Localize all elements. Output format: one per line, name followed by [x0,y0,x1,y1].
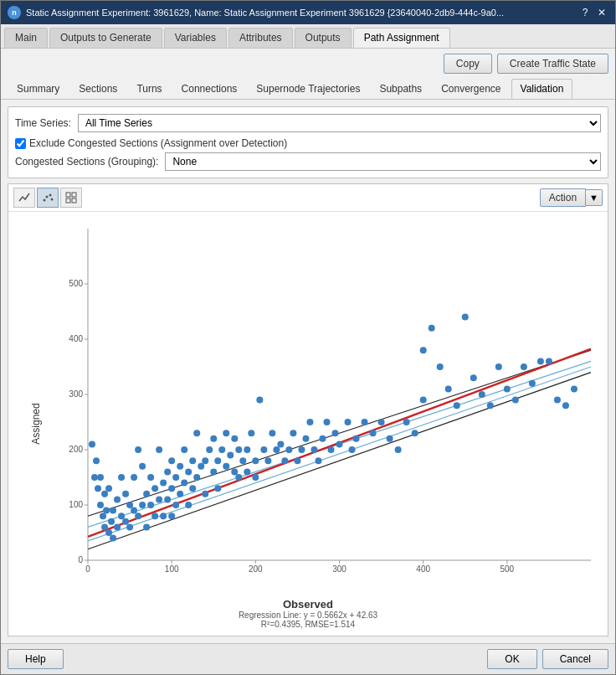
congested-grouping-label: Congested Sections (Grouping): [15,156,158,167]
help-title-btn[interactable]: ? [578,6,592,19]
chart-grid-icon-btn[interactable] [60,188,82,208]
help-button[interactable]: Help [8,649,64,669]
bottom-bar: Help OK Cancel [1,643,615,674]
chart-section: Action ▼ Assigned Observed Regression Li… [8,183,608,636]
exclude-congested-label: Exclude Congested Sections (Assignment o… [29,137,287,149]
tab-attributes[interactable]: Attributes [228,28,293,48]
time-series-select[interactable]: All Time Series [78,114,601,132]
svg-point-0 [44,199,46,202]
svg-point-3 [51,198,54,201]
time-series-label: Time Series: [15,117,71,129]
sub-tab-sections[interactable]: Sections [69,79,126,99]
bottom-right-buttons: OK Cancel [487,649,608,669]
action-btn-wrap: Action ▼ [540,188,603,207]
chart-scatter-icon-btn[interactable] [37,188,59,208]
toolbar: Copy Create Traffic State [1,49,615,79]
action-button[interactable]: Action [540,188,586,207]
tab-outputs[interactable]: Outputs [295,28,352,48]
sub-tab-convergence[interactable]: Convergence [432,79,510,99]
sub-tab-supernode-trajectories[interactable]: Supernode Trajectories [247,79,369,99]
window-title: Static Assignment Experiment: 3961629, N… [26,8,578,18]
svg-point-1 [46,196,49,198]
chart-area: Assigned Observed Regression Line: y = 0… [8,212,608,636]
app-icon: n [8,6,21,19]
content-area: Time Series: All Time Series Exclude Con… [1,100,615,643]
sub-tab-connections[interactable]: Connections [172,79,247,99]
chart-line-icon-btn[interactable] [13,188,35,208]
scatter-chart [54,220,599,585]
svg-rect-7 [72,198,76,203]
sub-tab-validation[interactable]: Validation [511,79,573,99]
filter-section: Time Series: All Time Series Exclude Con… [8,106,608,178]
create-traffic-state-button[interactable]: Create Traffic State [497,54,608,74]
svg-rect-5 [72,193,76,197]
svg-rect-4 [66,193,70,197]
svg-rect-6 [66,198,70,203]
congested-grouping-select[interactable]: None [165,152,601,171]
congested-grouping-row: Congested Sections (Grouping): None [15,152,601,171]
tab-outputs-to-generate[interactable]: Outputs to Generate [49,28,162,48]
ok-button[interactable]: OK [487,649,536,669]
main-window: n Static Assignment Experiment: 3961629,… [0,0,616,675]
sub-tab-subpaths[interactable]: Subpaths [370,79,431,99]
action-dropdown-btn[interactable]: ▼ [586,189,603,206]
chart-icons [13,188,82,208]
x-axis-label: Observed [283,598,333,611]
time-series-row: Time Series: All Time Series [15,114,601,132]
sub-tabs: Summary Sections Turns Connections Super… [1,79,615,100]
title-bar: n Static Assignment Experiment: 3961629,… [1,1,615,24]
tab-main[interactable]: Main [4,28,48,48]
exclude-congested-checkbox[interactable] [15,138,26,149]
svg-point-2 [49,194,52,197]
close-title-btn[interactable]: ✕ [595,6,608,19]
chart-toolbar: Action ▼ [8,184,608,212]
tab-variables[interactable]: Variables [164,28,227,48]
copy-button[interactable]: Copy [444,54,492,74]
sub-tab-summary[interactable]: Summary [8,79,69,99]
sub-tab-turns[interactable]: Turns [127,79,171,99]
title-buttons: ? ✕ [578,6,608,19]
regression-text: Regression Line: y = 0.5662x + 42.63 R²=… [239,611,377,629]
exclude-congested-row: Exclude Congested Sections (Assignment o… [15,137,601,149]
tab-path-assignment[interactable]: Path Assignment [353,28,450,48]
main-tabs: Main Outputs to Generate Variables Attri… [1,24,615,49]
y-axis-label: Assigned [30,403,42,444]
cancel-button[interactable]: Cancel [542,649,608,669]
